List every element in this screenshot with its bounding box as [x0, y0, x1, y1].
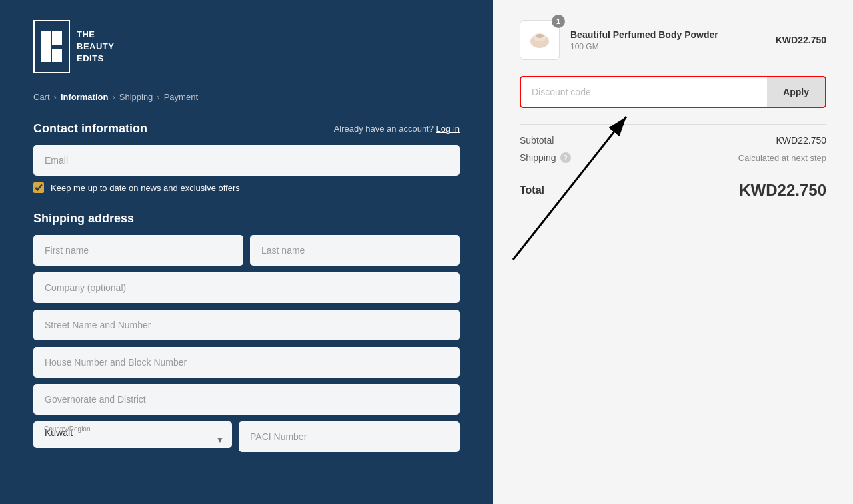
email-input[interactable]: [33, 145, 460, 176]
country-row: Country/Region Kuwait ▼: [33, 421, 460, 459]
left-panel: THE BEAUTY EDITS Cart › Information › Sh…: [0, 0, 493, 504]
logo-icon: [33, 20, 70, 73]
shipping-row: Shipping ? Calculated at next step: [520, 152, 826, 163]
country-label: Country/Region: [44, 425, 90, 433]
breadcrumb-information[interactable]: Information: [61, 92, 109, 102]
shipping-calculated: Calculated at next step: [738, 153, 826, 163]
svg-rect-1: [52, 31, 62, 45]
street-input[interactable]: [33, 310, 460, 340]
product-details: Beautiful Perfumed Body Powder 100 GM: [570, 29, 765, 51]
paci-input[interactable]: [239, 421, 460, 452]
name-row: [33, 235, 460, 272]
svg-rect-0: [41, 31, 51, 62]
divider: [520, 124, 826, 125]
contact-header: Contact information Already have an acco…: [33, 122, 460, 136]
breadcrumb-sep2: ›: [112, 92, 115, 102]
shipping-help-icon[interactable]: ?: [560, 152, 571, 163]
total-row: Total KWD22.750: [520, 174, 826, 200]
breadcrumb: Cart › Information › Shipping › Payment: [33, 92, 460, 102]
newsletter-label: Keep me up to date on news and exclusive…: [51, 183, 240, 193]
newsletter-row: Keep me up to date on news and exclusive…: [33, 182, 460, 193]
breadcrumb-cart[interactable]: Cart: [33, 92, 50, 102]
governorate-input[interactable]: [33, 384, 460, 415]
product-image-wrapper: 1: [520, 20, 560, 60]
product-name: Beautiful Perfumed Body Powder: [570, 29, 765, 40]
product-variant: 100 GM: [570, 42, 765, 51]
subtotal-row: Subtotal KWD22.750: [520, 135, 826, 146]
breadcrumb-shipping[interactable]: Shipping: [119, 92, 153, 102]
apply-button[interactable]: Apply: [767, 77, 825, 107]
svg-rect-2: [52, 49, 62, 62]
breadcrumb-payment[interactable]: Payment: [164, 92, 198, 102]
total-label: Total: [520, 184, 544, 196]
house-input[interactable]: [33, 347, 460, 378]
product-row: 1 Beautiful Perfumed Body Powder 100 GM …: [520, 20, 826, 60]
total-price: KWD22.750: [739, 181, 826, 200]
discount-input[interactable]: [521, 77, 767, 107]
login-prompt: Already have an account? Log in: [334, 124, 460, 134]
breadcrumb-sep3: ›: [157, 92, 159, 102]
shipping-title: Shipping address: [33, 212, 460, 226]
first-name-input[interactable]: [33, 235, 243, 266]
breadcrumb-sep1: ›: [54, 92, 57, 102]
contact-title: Contact information: [33, 122, 147, 136]
product-price: KWD22.750: [776, 35, 826, 45]
logo-container: THE BEAUTY EDITS: [33, 20, 460, 73]
discount-section: Apply: [520, 76, 826, 108]
svg-point-5: [536, 34, 544, 38]
country-wrapper: Country/Region Kuwait ▼: [33, 421, 232, 459]
product-quantity-badge: 1: [552, 15, 565, 28]
logo-text: THE BEAUTY EDITS: [77, 29, 114, 65]
shipping-label: Shipping ?: [520, 152, 571, 163]
subtotal-value: KWD22.750: [776, 135, 826, 146]
login-link[interactable]: Log in: [436, 124, 460, 134]
last-name-input[interactable]: [250, 235, 460, 266]
subtotal-label: Subtotal: [520, 135, 554, 146]
newsletter-checkbox[interactable]: [33, 182, 44, 193]
right-panel: 1 Beautiful Perfumed Body Powder 100 GM …: [493, 0, 853, 504]
company-input[interactable]: [33, 272, 460, 303]
